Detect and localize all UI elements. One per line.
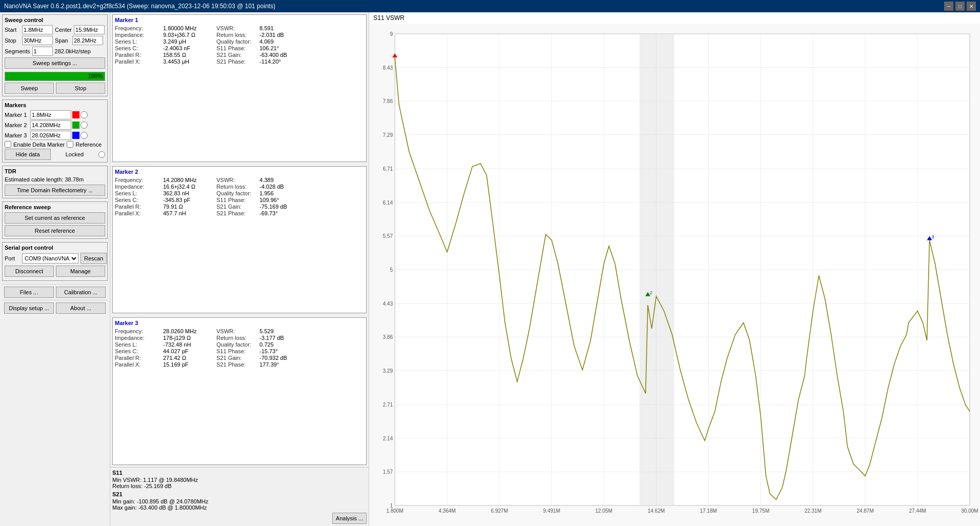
- sweep-control-section: Sweep control Start Center Stop Span Seg…: [2, 14, 108, 96]
- markers-title: Markers: [5, 102, 105, 108]
- svg-text:2: 2: [650, 290, 652, 295]
- set-current-reference-button[interactable]: Set current as reference: [5, 212, 105, 224]
- m1-s11p-label: S11 Phase:: [216, 45, 257, 51]
- m1-sl-value: 3.249 μH: [163, 38, 214, 45]
- svg-text:7.86: 7.86: [383, 98, 393, 104]
- m1-imp-label: Impedance:: [115, 32, 161, 38]
- m2-vswr-label: VSWR:: [216, 177, 257, 183]
- cable-length: Estimated cable length: 38.78m: [5, 176, 105, 183]
- display-setup-button[interactable]: Display setup ...: [4, 302, 54, 314]
- m1-imp-value: 9.03+j36.7 Ω: [163, 32, 214, 38]
- delta-marker-row: Enable Delta Marker Reference: [5, 141, 105, 148]
- s11-min-vswr: Min VSWR: 1.117 @ 19.8480MHz: [112, 477, 367, 483]
- files-button[interactable]: Files ...: [4, 287, 54, 298]
- window-controls: ─ □ ✕: [944, 2, 976, 11]
- marker1-label: Marker 1: [5, 112, 29, 118]
- span-input[interactable]: [72, 36, 103, 45]
- marker3-detail-title: Marker 3: [115, 320, 364, 326]
- marker3-detail-grid: Frequency: 28.0260 MHz VSWR: 5.529 Imped…: [115, 328, 364, 368]
- tdr-button[interactable]: Time Domain Reflectometry ...: [5, 185, 105, 196]
- marker2-row: Marker 2: [5, 120, 105, 130]
- m1-rl-label: Return loss:: [216, 32, 257, 38]
- svg-text:4.43: 4.43: [383, 301, 393, 307]
- footer-buttons-2: Display setup ... About ...: [2, 300, 108, 316]
- enable-delta-marker-checkbox[interactable]: [5, 141, 11, 148]
- m2-sc-value: -345.83 pF: [163, 197, 214, 203]
- m1-qf-label: Quality factor:: [216, 38, 257, 45]
- disconnect-button[interactable]: Disconnect: [5, 266, 54, 277]
- locked-label: Locked: [66, 151, 84, 157]
- m3-sc-value: 44.027 pF: [163, 348, 214, 354]
- reset-reference-button[interactable]: Reset reference: [5, 225, 105, 236]
- m2-pr-label: Parallel R:: [115, 204, 161, 210]
- chart-svg: 11.572.142.713.293.864.4355.576.146.717.…: [369, 24, 980, 526]
- m1-qf-value: 4.069: [259, 38, 301, 45]
- svg-text:6.927M: 6.927M: [491, 508, 508, 514]
- svg-text:7.29: 7.29: [383, 132, 393, 138]
- m3-freq-label: Frequency:: [115, 328, 161, 334]
- m3-s21p-label: S21 Phase:: [216, 361, 257, 368]
- progress-bar-container: 100%: [5, 72, 105, 81]
- calibration-button[interactable]: Calibration ...: [56, 287, 106, 298]
- svg-text:1.800M: 1.800M: [386, 508, 403, 514]
- marker2-radio[interactable]: [81, 122, 88, 129]
- sweep-control-title: Sweep control: [5, 17, 105, 23]
- s21-max-gain: Max gain: -63.400 dB @ 1.80000MHz: [112, 504, 367, 511]
- m3-pr-value: 271.42 Ω: [163, 355, 214, 361]
- s11-title: S11: [112, 470, 367, 476]
- maximize-button[interactable]: □: [955, 2, 965, 11]
- svg-text:1.57: 1.57: [383, 469, 393, 475]
- marker3-freq-input[interactable]: [30, 131, 71, 140]
- chart-title: S11 VSWR: [369, 12, 980, 24]
- marker1-freq-input[interactable]: [30, 110, 71, 119]
- svg-text:12.05M: 12.05M: [595, 508, 612, 514]
- m3-sc-label: Series C:: [115, 348, 161, 354]
- m3-s11p-label: S11 Phase:: [216, 348, 257, 354]
- stop-input[interactable]: [22, 36, 53, 45]
- about-button[interactable]: About ...: [56, 302, 106, 314]
- marker1-detail-title: Marker 1: [115, 17, 364, 23]
- segments-input[interactable]: [32, 47, 53, 56]
- svg-text:30.00M: 30.00M: [961, 508, 978, 514]
- m2-rl-label: Return loss:: [216, 184, 257, 190]
- analysis-button[interactable]: Analysis ...: [332, 513, 367, 524]
- m1-px-label: Parallel X:: [115, 58, 161, 65]
- m2-rl-value: -4.028 dB: [259, 184, 301, 190]
- m1-pr-label: Parallel R:: [115, 52, 161, 58]
- sweep-settings-button[interactable]: Sweep settings ...: [5, 57, 105, 69]
- stop-button[interactable]: Stop: [56, 83, 105, 94]
- marker2-detail-title: Marker 2: [115, 169, 364, 175]
- marker3-color: [72, 132, 79, 139]
- m1-sl-label: Series L:: [115, 38, 161, 45]
- hide-data-button[interactable]: Hide data: [5, 149, 51, 160]
- m2-s21g-value: -75.169 dB: [259, 204, 301, 210]
- m3-rl-label: Return loss:: [216, 335, 257, 341]
- m3-vswr-label: VSWR:: [216, 328, 257, 334]
- center-input[interactable]: [74, 25, 105, 34]
- marker2-detail-grid: Frequency: 14.2080 MHz VSWR: 4.389 Imped…: [115, 177, 364, 216]
- minimize-button[interactable]: ─: [944, 2, 953, 11]
- m1-sc-label: Series C:: [115, 45, 161, 51]
- svg-text:14.62M: 14.62M: [648, 508, 665, 514]
- locked-radio[interactable]: [98, 151, 105, 158]
- middle-panel: Marker 1 Frequency: 1.80000 MHz VSWR: 8.…: [110, 12, 369, 526]
- m3-qf-value: 0.725: [259, 341, 301, 348]
- left-panel: Sweep control Start Center Stop Span Seg…: [0, 12, 110, 526]
- m3-sl-value: -732.48 nH: [163, 341, 214, 348]
- svg-text:2.14: 2.14: [383, 436, 393, 441]
- m1-freq-value: 1.80000 MHz: [163, 25, 214, 31]
- chart-area: 11.572.142.713.293.864.4355.576.146.717.…: [369, 24, 980, 526]
- close-button[interactable]: ✕: [967, 2, 976, 11]
- marker3-radio[interactable]: [81, 132, 88, 139]
- marker1-radio[interactable]: [81, 111, 88, 118]
- tdr-section: TDR Estimated cable length: 38.78m Time …: [2, 166, 108, 198]
- sweep-button[interactable]: Sweep: [5, 83, 54, 94]
- m1-s21p-label: S21 Phase:: [216, 58, 257, 65]
- start-input[interactable]: [22, 25, 53, 34]
- port-select[interactable]: COM9 (NanoVNA): [22, 253, 78, 264]
- manage-button[interactable]: Manage: [56, 266, 105, 277]
- m3-rl-value: -3.177 dB: [259, 335, 301, 341]
- marker2-freq-input[interactable]: [30, 120, 71, 130]
- reference-checkbox[interactable]: [67, 141, 73, 148]
- rescan-button[interactable]: Rescan: [81, 253, 107, 264]
